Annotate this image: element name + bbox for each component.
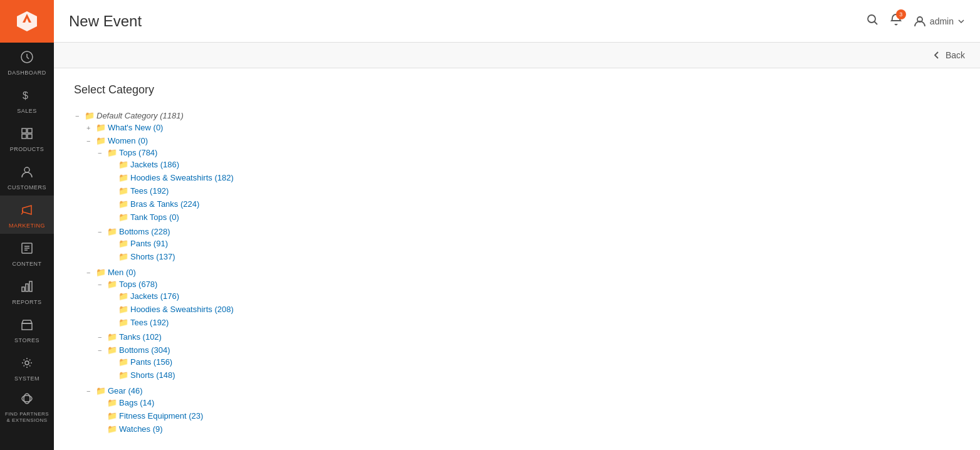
collapse-icon[interactable]: − [98, 228, 105, 236]
sidebar-item-label: CUSTOMERS [8, 184, 46, 191]
node-label[interactable]: Pants (156) [130, 357, 172, 367]
tree-node-women[interactable]: − 📁 Women (0) [85, 135, 960, 146]
tree-node-men-hoodies[interactable]: 📁 Hoodies & Sweatshirts (208) [108, 304, 960, 315]
tree-node-men-pants[interactable]: 📁 Pants (156) [108, 357, 960, 367]
tree-node-women-bottoms[interactable]: − 📁 Bottoms (228) [96, 226, 960, 237]
node-label[interactable]: Tees (192) [130, 186, 169, 196]
expand-icon[interactable]: + [86, 124, 94, 132]
tree-node-men-tees[interactable]: 📁 Tees (192) [108, 317, 960, 328]
tree-node-men-shorts[interactable]: 📁 Shorts (148) [108, 370, 960, 380]
list-item: − 📁 Gear (46) 📁 Bags [85, 384, 960, 437]
collapse-icon[interactable]: − [86, 137, 94, 145]
folder-icon: 📁 [96, 386, 106, 395]
node-label[interactable]: Tops (784) [119, 148, 157, 157]
node-label[interactable]: Bottoms (304) [119, 345, 170, 355]
svg-rect-13 [29, 281, 32, 291]
collapse-icon[interactable]: − [75, 112, 83, 120]
node-label[interactable]: Pants (91) [130, 239, 168, 248]
list-item: − 📁 Bottoms (228) [96, 225, 960, 264]
sidebar-item-system[interactable]: SYSTEM [0, 348, 54, 387]
node-label[interactable]: Tank Tops (0) [130, 212, 179, 222]
tree-node-hoodies[interactable]: 📁 Hoodies & Sweatshirts (182) [108, 172, 960, 183]
collapse-icon[interactable]: − [98, 149, 105, 157]
tree-node-bras[interactable]: 📁 Bras & Tanks (224) [108, 199, 960, 209]
tree-node-men-bottoms[interactable]: − 📁 Bottoms (304) [96, 345, 960, 355]
node-label[interactable]: Jackets (176) [130, 291, 179, 301]
tree-node-bags[interactable]: 📁 Bags (14) [96, 397, 960, 408]
node-label[interactable]: Bags (14) [119, 398, 154, 407]
sidebar-item-reports[interactable]: REPORTS [0, 272, 54, 310]
sidebar-item-extensions[interactable]: FIND PARTNERS & EXTENSIONS [0, 387, 54, 427]
sidebar-logo[interactable] [0, 0, 54, 43]
node-label[interactable]: Gear (46) [108, 386, 143, 395]
node-label[interactable]: Default Category (1181) [96, 111, 184, 120]
tree-node-women-shorts[interactable]: 📁 Shorts (137) [108, 251, 960, 262]
admin-menu[interactable]: admin [914, 15, 965, 28]
tree-node-tank-tops[interactable]: 📁 Tank Tops (0) [108, 212, 960, 222]
list-item: 📁 Pants (156) [108, 355, 960, 369]
tree-node-jackets[interactable]: 📁 Jackets (186) [108, 159, 960, 170]
node-label[interactable]: Women (0) [108, 136, 148, 145]
back-button[interactable]: Back [932, 50, 965, 60]
collapse-icon[interactable]: − [98, 281, 105, 288]
list-item: 📁 Shorts (148) [108, 369, 960, 382]
notifications-button[interactable]: 3 [890, 13, 902, 29]
node-label[interactable]: What's New (0) [108, 123, 163, 132]
sidebar-item-marketing[interactable]: MARKETING [0, 196, 54, 234]
search-button[interactable] [866, 13, 878, 29]
node-label[interactable]: Men (0) [108, 268, 136, 277]
node-label[interactable]: Watches (9) [119, 424, 163, 434]
tree-node-default[interactable]: − 📁 Default Category (1181) [74, 110, 960, 121]
collapse-icon[interactable]: − [86, 387, 94, 395]
node-label[interactable]: Tops (678) [119, 280, 157, 289]
tree-node-whatsnew[interactable]: + 📁 What's New (0) [85, 122, 960, 133]
folder-icon: 📁 [118, 291, 128, 301]
sidebar-item-stores[interactable]: STORES [0, 310, 54, 348]
node-label[interactable]: Fitness Equipment (23) [119, 411, 203, 421]
tree-node-watches[interactable]: 📁 Watches (9) [96, 424, 960, 434]
folder-icon: 📁 [107, 227, 117, 236]
sidebar-item-sales[interactable]: $ SALES [0, 81, 54, 119]
sidebar-item-content[interactable]: CONTENT [0, 234, 54, 272]
node-label[interactable]: Tees (192) [130, 318, 169, 327]
content-area: Back Select Category − 📁 Default Categor… [54, 43, 980, 450]
tree-node-women-tops[interactable]: − 📁 Tops (784) [96, 147, 960, 158]
sidebar-item-label: MARKETING [9, 222, 45, 229]
list-item: 📁 Tees (192) [108, 184, 960, 197]
node-label[interactable]: Shorts (137) [130, 252, 175, 261]
node-label[interactable]: Tanks (102) [119, 332, 162, 342]
folder-icon: 📁 [118, 212, 128, 222]
tree-node-fitness[interactable]: 📁 Fitness Equipment (23) [96, 411, 960, 421]
tree-node-men-jackets[interactable]: 📁 Jackets (176) [108, 291, 960, 301]
section-title: Select Category [74, 83, 960, 97]
category-tree: − 📁 Default Category (1181) + 📁 What's N… [74, 109, 960, 438]
list-item: 📁 Shorts (137) [108, 250, 960, 263]
node-label[interactable]: Hoodies & Sweatshirts (182) [130, 173, 234, 182]
spacer [109, 201, 117, 208]
node-label[interactable]: Shorts (148) [130, 370, 175, 380]
collapse-icon[interactable]: − [98, 347, 105, 354]
node-label[interactable]: Bras & Tanks (224) [130, 199, 199, 209]
tree-node-women-pants[interactable]: 📁 Pants (91) [108, 238, 960, 249]
tree-node-men-tanks[interactable]: − 📁 Tanks (102) [96, 332, 960, 342]
tree-node-men[interactable]: − 📁 Men (0) [85, 267, 960, 278]
sidebar-item-customers[interactable]: CUSTOMERS [0, 157, 54, 196]
node-label[interactable]: Bottoms (228) [119, 227, 170, 236]
node-label[interactable]: Hoodies & Sweatshirts (208) [130, 305, 234, 314]
tree-node-men-tops[interactable]: − 📁 Tops (678) [96, 279, 960, 290]
folder-icon: 📁 [118, 357, 128, 367]
sidebar-item-dashboard[interactable]: DASHBOARD [0, 43, 54, 81]
tree-node-gear[interactable]: − 📁 Gear (46) [85, 385, 960, 396]
list-item: 📁 Jackets (176) [108, 290, 960, 303]
back-arrow-icon [932, 50, 942, 60]
collapse-icon[interactable]: − [98, 333, 105, 341]
list-item: − 📁 Men (0) − 📁 [85, 266, 960, 384]
collapse-icon[interactable]: − [86, 269, 94, 276]
spacer [98, 412, 105, 420]
tree-node-tees[interactable]: 📁 Tees (192) [108, 186, 960, 196]
chevron-down-icon [957, 18, 965, 25]
sidebar-item-products[interactable]: PRODUCTS [0, 119, 54, 157]
list-item: 📁 Hoodies & Sweatshirts (208) [108, 303, 960, 316]
svg-rect-11 [22, 287, 24, 291]
node-label[interactable]: Jackets (186) [130, 160, 179, 169]
